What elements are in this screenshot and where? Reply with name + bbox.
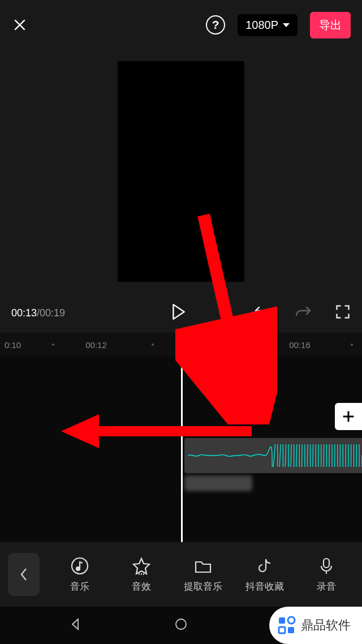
preview-area <box>0 50 362 293</box>
video-canvas[interactable] <box>118 61 244 282</box>
ruler-label: 00:12 <box>85 340 107 350</box>
time-ruler[interactable]: 0:10 00:12 00:14 00:16 <box>0 333 362 357</box>
undo-button[interactable] <box>253 304 272 322</box>
waveform <box>184 438 362 473</box>
folder-icon <box>193 556 213 576</box>
svg-point-7 <box>176 619 186 629</box>
ruler-tick <box>351 344 353 346</box>
redo-button <box>294 304 312 322</box>
nav-home[interactable] <box>174 617 188 634</box>
chevron-down-icon <box>283 23 290 27</box>
back-button[interactable] <box>8 553 40 596</box>
help-icon: ? <box>212 18 219 32</box>
menu-item-extract-music[interactable]: 提取音乐 <box>175 556 231 593</box>
menu-item-music[interactable]: 音乐 <box>52 556 108 593</box>
help-button[interactable]: ? <box>206 15 225 35</box>
menu-item-sound-effect[interactable]: 音效 <box>114 556 170 593</box>
add-clip-button[interactable] <box>335 403 362 430</box>
svg-rect-11 <box>279 627 285 633</box>
watermark-branding: 鼎品软件 <box>269 607 362 644</box>
svg-rect-12 <box>288 627 294 633</box>
resolution-label: 1080P <box>245 19 278 32</box>
svg-rect-6 <box>324 559 329 568</box>
ruler-tick <box>52 344 54 346</box>
export-label: 导出 <box>319 19 342 31</box>
music-icon <box>70 556 89 576</box>
audio-clip[interactable] <box>184 438 362 473</box>
menu-item-douyin-fav[interactable]: 抖音收藏 <box>236 556 292 593</box>
mic-icon <box>317 556 336 576</box>
ruler-label: 0:10 <box>5 340 21 350</box>
audio-toolbar: 音乐 音效 提取音乐 抖音收藏 录音 <box>0 542 362 607</box>
menu-label: 录音 <box>317 580 336 593</box>
playhead[interactable] <box>181 357 183 542</box>
timeline[interactable]: 0:10 00:12 00:14 00:16 <box>0 333 362 542</box>
export-button[interactable]: 导出 <box>310 12 351 38</box>
svg-point-10 <box>288 617 295 624</box>
menu-item-record[interactable]: 录音 <box>298 556 354 593</box>
menu-label: 抖音收藏 <box>245 580 284 593</box>
total-time: 00:19 <box>40 307 65 319</box>
menu-label: 音乐 <box>70 580 89 593</box>
douyin-icon <box>255 556 274 576</box>
ruler-tick <box>252 344 254 346</box>
brand-logo-icon <box>277 616 296 635</box>
resolution-selector[interactable]: 1080P <box>238 14 298 36</box>
star-icon <box>132 556 151 576</box>
svg-rect-9 <box>279 617 285 624</box>
fullscreen-button[interactable] <box>335 304 351 322</box>
clip-label-blurred <box>184 475 252 491</box>
brand-text: 鼎品软件 <box>301 617 351 634</box>
current-time: 00:13 <box>11 307 37 319</box>
ruler-tick <box>152 344 154 346</box>
play-button[interactable] <box>171 303 186 323</box>
close-button[interactable] <box>11 16 28 33</box>
ruler-label: 00:14 <box>189 340 210 350</box>
menu-label: 提取音乐 <box>184 580 222 593</box>
ruler-label: 00:16 <box>289 340 311 350</box>
timecode: 00:13/00:19 <box>11 307 171 319</box>
menu-label: 音效 <box>132 580 151 593</box>
nav-back[interactable] <box>68 617 83 634</box>
